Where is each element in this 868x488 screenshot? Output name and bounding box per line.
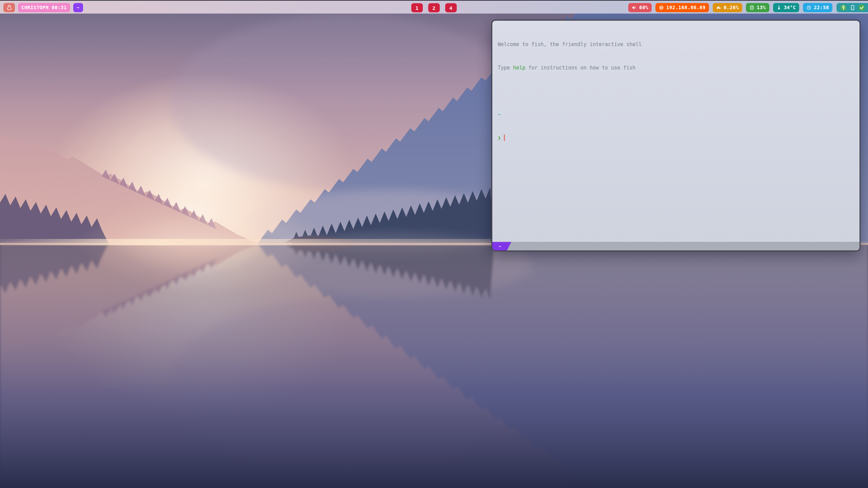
globe-icon: [659, 5, 664, 10]
user-uptime-label: CHRISTOPH 00:31: [21, 5, 67, 10]
terminal-content[interactable]: Welcome to fish, the friendly interactiv…: [492, 21, 860, 242]
speaker-icon: [632, 5, 637, 10]
tux-icon: [6, 5, 12, 11]
workspace-switcher: 1 2 4: [411, 3, 457, 13]
terminal-tab-label: ~: [499, 244, 501, 249]
terminal-window[interactable]: Welcome to fish, the friendly interactiv…: [491, 20, 861, 251]
terminal-cursor: [504, 135, 505, 141]
system-tray: [836, 3, 868, 12]
memory-value: 13%: [757, 5, 766, 10]
clock-module[interactable]: 22:58: [803, 3, 832, 12]
home-label: ~: [77, 5, 80, 10]
cpu-load-value: 0.26%: [724, 5, 739, 10]
prompt-char: ❯: [498, 135, 501, 141]
clock-icon: [806, 5, 811, 10]
gauge-icon: [716, 5, 721, 10]
launcher-button[interactable]: [3, 3, 15, 12]
workspace-button-4[interactable]: 4: [445, 3, 457, 13]
memory-module[interactable]: 13%: [746, 3, 769, 12]
phone-icon[interactable]: [850, 5, 855, 11]
terminal-tab-bar: ~: [492, 242, 860, 250]
terminal-prompt-line: ❯: [498, 134, 854, 142]
clock-value: 22:58: [814, 5, 829, 10]
home-badge[interactable]: ~: [73, 3, 83, 12]
thermometer-icon: [776, 5, 782, 10]
key-icon[interactable]: [840, 4, 847, 11]
bar-right-group: 60% 192.168.86.69 0.26%: [628, 3, 868, 12]
network-ip-value: 192.168.86.69: [666, 5, 706, 10]
status-bar: CHRISTOPH 00:31 ~ 1 2 4 60%: [0, 0, 868, 14]
terminal-blank-line: [498, 87, 854, 95]
network-module[interactable]: 192.168.86.69: [655, 3, 709, 12]
user-uptime-badge[interactable]: CHRISTOPH 00:31: [18, 3, 70, 12]
database-icon: [749, 5, 754, 10]
workspace-button-1[interactable]: 1: [411, 3, 423, 13]
bar-left-group: CHRISTOPH 00:31 ~: [3, 3, 83, 12]
cpu-load-module[interactable]: 0.26%: [713, 3, 742, 12]
check-icon[interactable]: [859, 4, 865, 11]
temperature-module[interactable]: 34°C: [773, 3, 800, 12]
temperature-value: 34°C: [784, 5, 796, 10]
terminal-help-line: Type help for instructions on how to use…: [498, 64, 854, 72]
workspace-button-2[interactable]: 2: [428, 3, 440, 13]
terminal-prompt-path: ~: [498, 111, 854, 119]
terminal-tab-home[interactable]: ~: [492, 242, 511, 250]
volume-value: 60%: [639, 5, 648, 10]
terminal-welcome-line: Welcome to fish, the friendly interactiv…: [498, 41, 854, 48]
help-keyword: help: [513, 65, 525, 71]
workspace-label: 2: [433, 5, 436, 11]
workspace-label: 1: [416, 5, 419, 11]
workspace-label: 4: [450, 5, 453, 11]
volume-module[interactable]: 60%: [628, 3, 652, 12]
